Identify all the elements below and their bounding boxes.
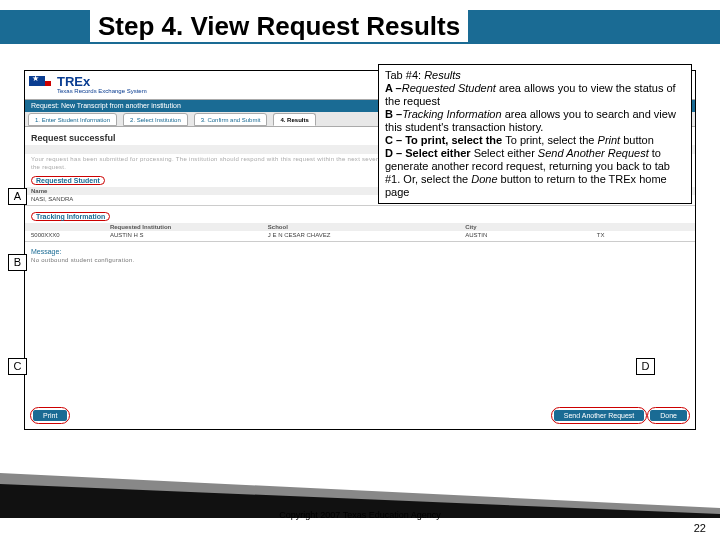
callout-l4b: Print xyxy=(598,134,624,146)
divider xyxy=(25,205,695,206)
marker-A: A xyxy=(8,188,27,205)
callout-l3b: Tracking Information xyxy=(402,108,505,120)
callout-l4a2: To print, select the xyxy=(505,134,597,146)
divider2 xyxy=(25,241,695,242)
track-c4: AUSTIN xyxy=(465,232,597,238)
track-c3: J E N CESAR CHAVEZ xyxy=(268,232,465,238)
texas-flag-icon xyxy=(29,74,53,96)
track-c1: 5000XXX0 xyxy=(31,232,110,238)
print-button[interactable]: Print xyxy=(33,410,67,421)
done-button[interactable]: Done xyxy=(650,410,687,421)
app-brand-sub: Texas Records Exchange System xyxy=(57,88,147,94)
callout-l5d: Done xyxy=(471,173,500,185)
message-label: Message: xyxy=(31,248,689,255)
callout-l1b: Results xyxy=(424,69,461,81)
copyright-text: Copyright 2007 Texas Education Agency xyxy=(0,510,720,520)
track-c2: AUSTIN H S xyxy=(110,232,268,238)
track-c5: TX xyxy=(597,232,663,238)
tab-2[interactable]: 2. Select Institution xyxy=(123,113,188,126)
page-number: 22 xyxy=(694,522,706,534)
callout-l4c: button xyxy=(623,134,654,146)
tracking-data-row: 5000XXX0 AUSTIN H S J E N CESAR CHAVEZ A… xyxy=(25,231,695,239)
tracking-info-label: Tracking Information xyxy=(31,212,110,221)
tab-1[interactable]: 1. Enter Student Information xyxy=(28,113,117,126)
requested-student-label: Requested Student xyxy=(31,176,105,185)
student-h1: Name xyxy=(31,188,149,194)
callout-l3a: B – xyxy=(385,108,402,120)
track-h4: City xyxy=(465,224,597,230)
track-h5 xyxy=(597,224,663,230)
marker-D: D xyxy=(636,358,655,375)
app-brand-block: TREx Texas Records Exchange System xyxy=(57,76,147,94)
callout-l2b: Requested Student xyxy=(402,82,499,94)
send-another-request-button[interactable]: Send Another Request xyxy=(554,410,644,421)
callout-l1a: Tab #4: xyxy=(385,69,424,81)
message-text: No outbound student configuration. xyxy=(31,257,689,263)
right-buttons: Send Another Request Done xyxy=(554,410,687,421)
tab-4-results[interactable]: 4. Results xyxy=(273,113,315,126)
title-bar: Step 4. View Request Results xyxy=(0,0,720,44)
track-h1 xyxy=(31,224,110,230)
app-brand: TREx xyxy=(57,76,147,88)
track-h3: School xyxy=(268,224,465,230)
track-h2: Requested Institution xyxy=(110,224,268,230)
marker-B: B xyxy=(8,254,27,271)
callout-box: Tab #4: Results A –Requested Student are… xyxy=(378,64,692,204)
callout-l2a: A – xyxy=(385,82,402,94)
tab-3[interactable]: 3. Confirm and Submit xyxy=(194,113,268,126)
callout-l5a: D – Select either xyxy=(385,147,474,159)
marker-C: C xyxy=(8,358,27,375)
callout-l4a: C – To print, select the xyxy=(385,134,505,146)
slide-title: Step 4. View Request Results xyxy=(90,8,468,42)
callout-l5b: Send Another Request xyxy=(538,147,652,159)
decorative-wedge xyxy=(0,458,720,518)
student-name: NASI, SANDRA xyxy=(31,196,149,202)
tracking-header-row: Requested Institution School City xyxy=(25,223,695,231)
callout-l5a2: Select either xyxy=(474,147,538,159)
button-row: Print Send Another Request Done xyxy=(33,410,687,421)
